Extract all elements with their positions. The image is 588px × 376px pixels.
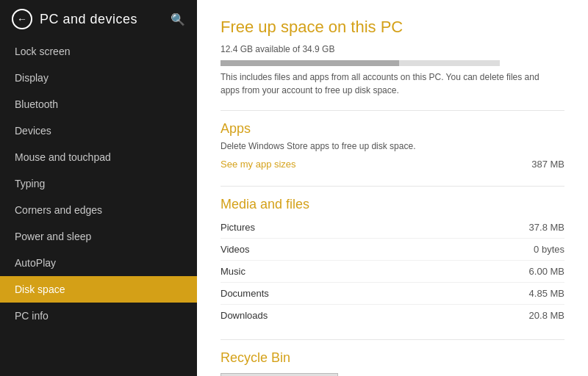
recycle-heading: Recycle Bin [220,350,564,366]
sidebar-title: PC and devices [40,12,137,27]
search-icon[interactable]: 🔍 [171,12,185,26]
row-label: Downloads [220,310,268,321]
empty-recycle-bin-button[interactable]: Empty my Recycle Bin [220,373,338,376]
recycle-row: Empty my Recycle Bin 566 MB [220,370,564,376]
sidebar-item-pc-info[interactable]: PC info [0,303,197,329]
row-label: Documents [220,288,269,299]
table-row: Documents4.85 MB [220,283,564,305]
sidebar-item-autoplay[interactable]: AutoPlay [0,250,197,276]
sidebar-item-power-sleep[interactable]: Power and sleep [0,223,197,250]
sidebar-header: ← PC and devices 🔍 [0,0,197,38]
media-heading: Media and files [220,197,564,212]
media-rows: Pictures37.8 MBVideos0 bytesMusic6.00 MB… [220,217,564,326]
apps-description: Delete Windows Store apps to free up dis… [220,141,564,151]
nav-list: Lock screenDisplayBluetoothDevicesMouse … [0,38,197,376]
apps-value: 387 MB [531,159,564,170]
row-value: 0 bytes [534,244,564,255]
table-row: Downloads20.8 MB [220,305,564,326]
sidebar-item-corners-edges[interactable]: Corners and edges [0,197,197,223]
row-label: Music [220,266,245,277]
row-label: Videos [220,244,250,255]
row-value: 6.00 MB [529,266,564,277]
recycle-section: Recycle Bin Empty my Recycle Bin 566 MB [220,350,564,376]
disk-available-label: 12.4 GB available of 34.9 GB [220,44,500,54]
sidebar: ← PC and devices 🔍 Lock screenDisplayBlu… [0,0,197,376]
sidebar-item-devices[interactable]: Devices [0,118,197,144]
row-label: Pictures [220,222,255,233]
apps-heading: Apps [220,121,564,137]
row-value: 20.8 MB [529,310,564,321]
page-title: Free up space on this PC [220,18,564,37]
media-section: Media and files Pictures37.8 MBVideos0 b… [220,197,564,326]
table-row: Videos0 bytes [220,239,564,261]
disk-bar-track [220,60,500,66]
sidebar-item-typing[interactable]: Typing [0,170,197,197]
sidebar-item-disk-space[interactable]: Disk space [0,276,197,303]
table-row: Music6.00 MB [220,261,564,283]
divider-recycle [220,339,564,340]
apps-section: Apps Delete Windows Store apps to free u… [220,121,564,173]
divider-apps [220,110,564,111]
row-value: 4.85 MB [529,288,564,299]
disk-description: This includes files and apps from all ac… [220,70,544,97]
disk-bar-fill [220,60,399,66]
divider-media [220,186,564,187]
row-value: 37.8 MB [529,222,564,233]
sidebar-item-display[interactable]: Display [0,65,197,91]
apps-row: See my app sizes 387 MB [220,156,564,173]
sidebar-item-lock-screen[interactable]: Lock screen [0,38,197,65]
table-row: Pictures37.8 MB [220,217,564,239]
sidebar-item-bluetooth[interactable]: Bluetooth [0,91,197,118]
app-sizes-link[interactable]: See my app sizes [220,159,296,170]
main-content: Free up space on this PC 12.4 GB availab… [197,0,588,376]
back-button[interactable]: ← [12,9,32,29]
disk-bar-container: 12.4 GB available of 34.9 GB [220,44,500,66]
sidebar-item-mouse-touchpad[interactable]: Mouse and touchpad [0,144,197,170]
